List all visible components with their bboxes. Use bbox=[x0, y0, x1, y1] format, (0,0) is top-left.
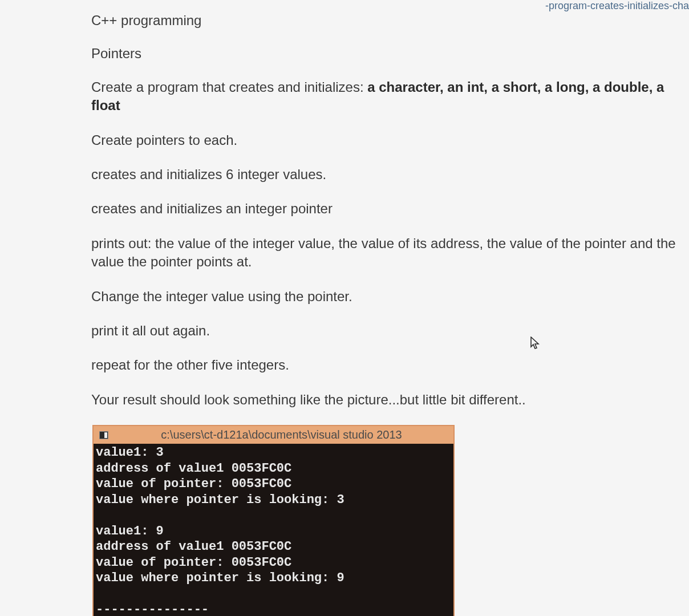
line-create-types: Create a program that creates and initia… bbox=[91, 78, 678, 115]
line-change-value: Change the integer value using the point… bbox=[91, 287, 678, 306]
line-prints-out: prints out: the value of the integer val… bbox=[91, 234, 678, 271]
line-repeat: repeat for the other five integers. bbox=[91, 356, 678, 374]
cmd-icon bbox=[99, 431, 108, 439]
console-title: c:\users\ct-d121a\documents\visual studi… bbox=[115, 428, 448, 441]
url-fragment: -program-creates-initializes-cha bbox=[545, 0, 689, 12]
line-result: Your result should look something like t… bbox=[91, 391, 678, 409]
line3-pre: Create a program that creates and initia… bbox=[91, 79, 367, 95]
console-titlebar: c:\users\ct-d121a\documents\visual studi… bbox=[94, 426, 453, 444]
console-window: c:\users\ct-d121a\documents\visual studi… bbox=[92, 425, 455, 616]
mouse-cursor-icon bbox=[530, 337, 541, 354]
question-content: C++ programming Pointers Create a progra… bbox=[0, 0, 689, 616]
line-six-ints: creates and initializes 6 integer values… bbox=[91, 165, 678, 184]
line-cpp: C++ programming bbox=[91, 11, 678, 30]
line-print-again: print it all out again. bbox=[91, 322, 678, 340]
console-output: value1: 3 address of value1 0053FC0C val… bbox=[94, 444, 453, 616]
line-int-pointer: creates and initializes an integer point… bbox=[91, 200, 678, 218]
line-create-pointers: Create pointers to each. bbox=[91, 131, 678, 149]
line-pointers: Pointers bbox=[91, 44, 678, 63]
